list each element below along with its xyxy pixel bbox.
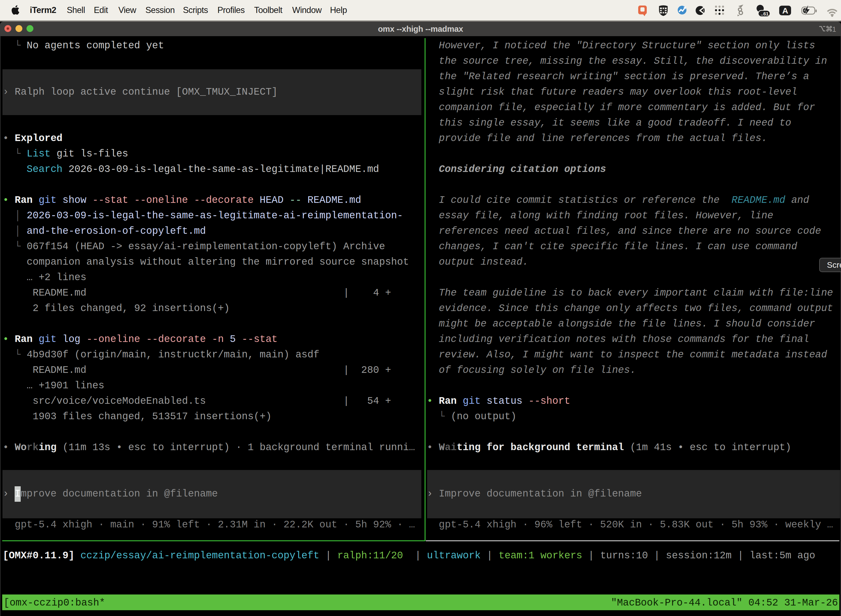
svg-text:1: 1 [832,25,836,33]
svg-text:..61: ..61 [761,11,768,16]
svg-text:A: A [782,6,788,15]
